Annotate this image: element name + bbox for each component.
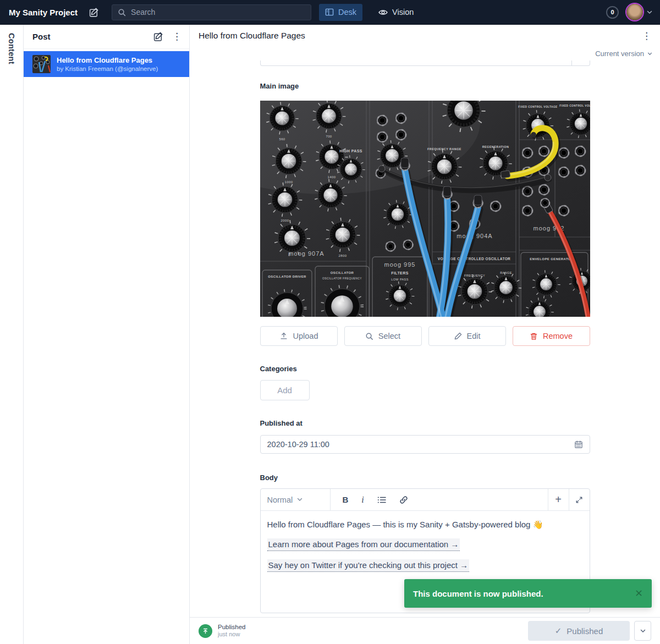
top-navbar: My Sanity Project Desk	[0, 0, 660, 25]
post-panel-header: Post ⋮	[24, 25, 189, 49]
italic-button[interactable]: i	[361, 495, 364, 505]
published-at-input[interactable]: 2020-10-29 11:00	[260, 435, 590, 454]
project-title: My Sanity Project	[9, 8, 78, 17]
publish-button[interactable]: ✓ Published	[528, 621, 630, 641]
synth-label: OSCILLATOR	[330, 271, 354, 274]
synth-label: REGENERATION	[482, 145, 509, 148]
publish-button-label: Published	[566, 626, 603, 636]
create-post-button[interactable]	[153, 31, 163, 42]
editor-content[interactable]: Hello from Cloudflare Pages — this is my…	[261, 511, 590, 573]
plus-icon: +	[555, 493, 562, 506]
published-at-value: 2020-10-29 11:00	[267, 440, 574, 449]
search-input[interactable]	[131, 8, 305, 16]
synth-label: moog 907A	[288, 250, 324, 257]
version-label[interactable]: Current version	[595, 49, 644, 58]
tab-desk[interactable]: Desk	[319, 4, 362, 21]
panel-menu-button[interactable]: ⋮	[172, 32, 182, 41]
edit-label: Edit	[467, 332, 481, 340]
svg-text:1400: 1400	[327, 175, 336, 179]
search-icon	[365, 332, 373, 340]
document-header: Hello from Cloudflare Pages ⋮	[190, 25, 660, 47]
body-link-2[interactable]: Say hey on Twitter if you're checking ou…	[267, 559, 470, 572]
synth-label: OSCILLATOR DRIVER	[268, 275, 306, 278]
upload-button[interactable]: Upload	[260, 326, 338, 346]
expand-icon	[575, 496, 583, 504]
compose-icon	[153, 31, 163, 42]
eye-icon	[378, 8, 388, 17]
synth-label: LOW PASS	[391, 278, 409, 281]
post-item-subtitle: by Kristian Freeman (@signalnerve)	[57, 65, 158, 73]
document-pane: Hello from Cloudflare Pages ⋮ Current ve…	[190, 25, 660, 644]
synth-label: moog 995	[384, 261, 415, 268]
add-category-button[interactable]: Add	[260, 380, 310, 400]
svg-text:2800: 2800	[338, 254, 346, 257]
body-label: Body	[260, 474, 590, 482]
version-row: Current version	[190, 47, 660, 60]
synth-label: FREQUENCY RANGE	[427, 147, 461, 151]
pencil-icon	[454, 332, 462, 340]
select-label: Select	[378, 332, 400, 340]
publish-toast: This document is now published. ✕	[404, 579, 652, 608]
svg-text:700: 700	[326, 135, 332, 138]
svg-text:2000: 2000	[280, 219, 289, 222]
upload-icon	[279, 332, 288, 340]
check-icon: ✓	[555, 626, 562, 636]
post-list-item-selected[interactable]: Hello from Cloudflare Pages by Kristian …	[24, 51, 189, 77]
search-box[interactable]	[112, 4, 311, 20]
chevron-down-icon[interactable]	[647, 10, 652, 14]
fullscreen-button[interactable]	[569, 489, 590, 510]
remove-label: Remove	[543, 332, 573, 340]
post-thumbnail	[32, 55, 51, 73]
bold-button[interactable]: B	[343, 495, 349, 504]
bullet-list-icon	[377, 496, 386, 504]
document-menu-button[interactable]: ⋮	[642, 31, 651, 41]
sanity-studio-app: My Sanity Project Desk	[0, 0, 660, 644]
remove-button[interactable]: Remove	[513, 326, 590, 346]
block-style-value: Normal	[267, 496, 294, 504]
block-style-select[interactable]: Normal	[261, 489, 331, 510]
tab-vision-label: Vision	[392, 8, 414, 16]
categories-label: Categories	[260, 365, 590, 373]
synth-label: RANGE	[500, 271, 512, 274]
rail-content-label[interactable]: Content	[7, 33, 16, 64]
publish-menu-button[interactable]	[634, 621, 651, 641]
published-at-label: Published at	[260, 420, 590, 427]
chevron-down-icon	[640, 629, 646, 633]
svg-text:1000: 1000	[284, 180, 293, 184]
avatar[interactable]	[626, 4, 643, 20]
close-icon[interactable]: ✕	[635, 587, 643, 599]
link-button[interactable]	[399, 496, 408, 504]
new-document-button[interactable]	[84, 4, 103, 20]
edit-button[interactable]: Edit	[428, 326, 506, 346]
image-actions: Upload Select	[260, 326, 590, 346]
post-list-panel: Post ⋮	[24, 25, 190, 644]
synth-label: FIXED CONTROL VOLTAGE	[518, 106, 558, 108]
bullet-list-button[interactable]	[377, 496, 386, 504]
link-icon	[399, 496, 408, 504]
chevron-down-icon[interactable]	[647, 52, 652, 56]
calendar-icon[interactable]	[574, 440, 583, 449]
document-footer: Published just now ✓ Published	[190, 617, 660, 644]
main-image-photo: 560700 10001400 20002800 HIGH PASS moog …	[260, 101, 590, 317]
truncated-field-input[interactable]	[260, 60, 590, 66]
insert-block-button[interactable]: +	[548, 489, 569, 510]
body-paragraph[interactable]: Hello from Cloudflare Pages — this is my…	[267, 519, 583, 530]
synth-label: ENVELOPE GENERATOR	[530, 257, 574, 261]
published-status-icon	[199, 624, 212, 638]
content-rail: Content	[0, 25, 24, 644]
main-image-label: Main image	[260, 82, 590, 90]
add-label: Add	[277, 386, 292, 395]
upload-label: Upload	[293, 332, 318, 340]
synth-label: FIXED CONTROL VOLTAGE	[559, 104, 590, 107]
body-link-1[interactable]: Learn more about Pages from our document…	[267, 538, 460, 551]
document-scroll-area[interactable]: Main image	[190, 60, 660, 617]
panel-title: Post	[32, 32, 153, 41]
synth-label: OSCILLATOR FREQUENCY	[322, 277, 362, 280]
select-button[interactable]: Select	[344, 326, 422, 346]
editor-toolbar: Normal B i	[261, 489, 590, 511]
tab-desk-label: Desk	[338, 8, 356, 16]
notification-badge[interactable]: 0	[606, 6, 619, 19]
tab-vision[interactable]: Vision	[372, 4, 420, 21]
toast-message: This document is now published.	[413, 589, 543, 598]
footer-status-title: Published	[218, 624, 246, 631]
